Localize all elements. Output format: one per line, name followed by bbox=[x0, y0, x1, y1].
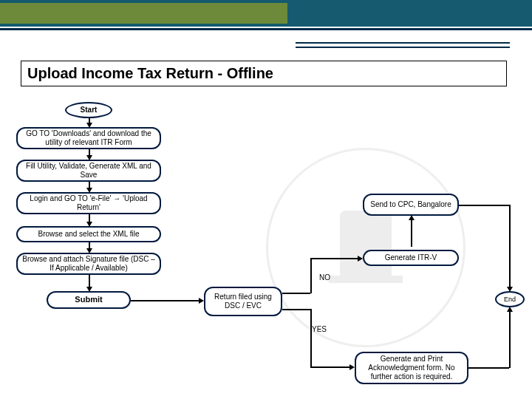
emblem-watermark bbox=[266, 148, 466, 347]
arrowhead-icon bbox=[409, 215, 415, 220]
arrowhead-icon bbox=[86, 248, 92, 253]
send-cpc-node: Send to CPC, Bangalore bbox=[363, 194, 459, 216]
submit-node: Submit bbox=[47, 291, 131, 309]
step-fill-utility: Fill Utility, Validate, Generate XML and… bbox=[16, 160, 161, 182]
arrowhead-icon bbox=[86, 222, 92, 227]
step-downloads: GO TO 'Downloads' and download the utili… bbox=[16, 127, 161, 149]
arrowhead-icon bbox=[86, 123, 92, 128]
arrow bbox=[411, 219, 412, 247]
arrowhead-icon bbox=[507, 287, 513, 292]
arrow bbox=[509, 310, 511, 368]
page-title: Upload Income Tax Return - Offline bbox=[21, 61, 507, 86]
arrowhead-icon bbox=[199, 298, 204, 304]
arrow bbox=[310, 309, 312, 366]
end-node: End bbox=[495, 291, 525, 307]
arrow bbox=[131, 300, 200, 301]
step-login-efile: Login and GO TO 'e-File' → 'Upload Retur… bbox=[16, 192, 161, 214]
label-yes: YES bbox=[312, 325, 327, 333]
arrowhead-icon bbox=[86, 188, 92, 193]
arrow bbox=[310, 258, 359, 259]
arrow bbox=[282, 309, 310, 310]
arrowhead-icon bbox=[507, 307, 513, 312]
arrow bbox=[468, 367, 509, 369]
step-attach-dsc: Browse and attach Signature file (DSC – … bbox=[16, 253, 161, 275]
arrowhead-icon bbox=[358, 256, 363, 262]
step-browse-xml: Browse and select the XML file bbox=[16, 226, 161, 242]
arrowhead-icon bbox=[349, 364, 355, 370]
decision-dsc-evc: Return filed using DSC / EVC bbox=[204, 287, 282, 316]
arrowhead-icon bbox=[86, 287, 92, 292]
arrow bbox=[310, 366, 350, 368]
start-node: Start bbox=[65, 102, 112, 118]
acknowledgment-node: Generate and Print Acknowledgment form. … bbox=[355, 352, 468, 384]
header-decoration bbox=[0, 0, 532, 33]
arrowhead-icon bbox=[86, 155, 92, 160]
arrow bbox=[509, 205, 511, 288]
arrow bbox=[310, 258, 312, 293]
arrow bbox=[459, 205, 509, 206]
arrow bbox=[282, 293, 310, 294]
label-no: NO bbox=[319, 273, 330, 282]
generate-itrv-node: Generate ITR-V bbox=[363, 250, 459, 266]
